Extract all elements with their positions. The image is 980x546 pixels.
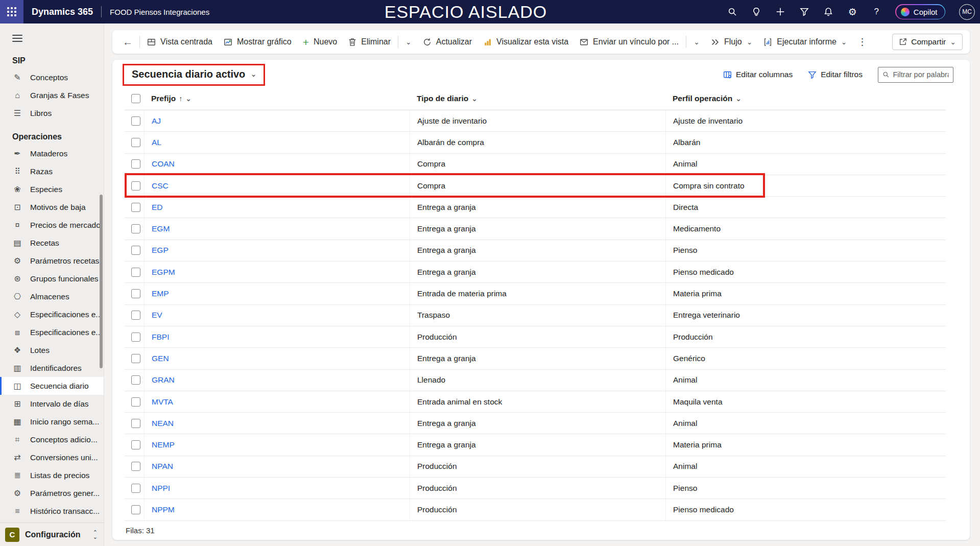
vista-centrada-button[interactable]: Vista centrada <box>141 33 218 51</box>
keyword-filter-input[interactable] <box>893 70 949 79</box>
prefijo-link[interactable]: NPPM <box>152 505 175 514</box>
prefijo-link[interactable]: EV <box>152 311 162 320</box>
sidebar-scrollbar[interactable] <box>100 195 103 368</box>
sidebar-item-libros[interactable]: ☰Libros <box>0 104 104 122</box>
visualizar-vista-button[interactable]: Visualizar esta vista <box>477 33 574 51</box>
row-checkbox[interactable] <box>131 181 140 191</box>
row-checkbox[interactable] <box>131 246 140 255</box>
bell-icon[interactable] <box>823 7 833 17</box>
delete-overflow-chevron[interactable]: ⌄ <box>400 33 417 51</box>
table-row-nppi[interactable]: NPPIProducciónPienso <box>125 478 946 499</box>
back-button[interactable]: ← <box>117 36 138 48</box>
table-row-ed[interactable]: EDEntrega a granjaDirecta <box>125 197 946 218</box>
sidebar-item-razas[interactable]: ⠿Razas <box>0 162 104 180</box>
table-row-emp[interactable]: EMPEntrada de materia primaMateria prima <box>125 283 946 304</box>
table-row-npan[interactable]: NPANProducciónAnimal <box>125 456 946 478</box>
select-all-checkbox[interactable] <box>131 94 140 103</box>
prefijo-link[interactable]: NEAN <box>152 419 174 428</box>
copilot-button[interactable]: Copilot <box>895 4 945 19</box>
row-checkbox[interactable] <box>131 203 140 212</box>
eliminar-button[interactable]: Eliminar <box>343 33 396 51</box>
prefijo-link[interactable]: COAN <box>152 159 175 169</box>
enviar-vinculo-button[interactable]: Enviar un vínculo por ... <box>574 33 684 51</box>
row-checkbox[interactable] <box>131 268 140 277</box>
table-row-nppm[interactable]: NPPMProducciónPienso medicado <box>125 499 946 520</box>
prefijo-link[interactable]: NPPI <box>152 484 170 493</box>
help-icon[interactable]: ? <box>871 7 881 17</box>
table-row-coan[interactable]: COANCompraAnimal <box>125 154 946 175</box>
sidebar-item-conceptos-adicio[interactable]: ⌗Conceptos adicio... <box>0 431 104 448</box>
sidebar-item-recetas[interactable]: ▤Recetas <box>0 234 104 252</box>
table-row-ev[interactable]: EVTraspasoEntrega veterinario <box>125 305 946 326</box>
sidebar-item-par-metros-recetas[interactable]: ⚙Parámetros recetas <box>0 252 104 270</box>
table-row-csc[interactable]: CSCCompraCompra sin contrato <box>125 175 946 197</box>
view-selector[interactable]: Secuencia diario activo <box>132 68 245 80</box>
table-row-gran[interactable]: GRANLlenadoAnimal <box>125 370 946 391</box>
table-row-aj[interactable]: AJAjuste de inventarioAjuste de inventar… <box>125 110 946 132</box>
column-header-tipo-de-diario[interactable]: Tipo de diario ⌄ <box>410 94 665 103</box>
gear-icon[interactable]: ⚙ <box>847 7 857 17</box>
sidebar-item-conceptos[interactable]: ✎Conceptos <box>0 68 104 86</box>
sidebar-item-hist-rico-transacc[interactable]: ≡Histórico transacc... <box>0 502 104 520</box>
sidebar-item-lotes[interactable]: ❖Lotes <box>0 341 104 359</box>
nuevo-button[interactable]: + Nuevo <box>297 33 343 51</box>
sidebar-item-mataderos[interactable]: ✒Mataderos <box>0 145 104 162</box>
mostrar-grafico-button[interactable]: Mostrar gráfico <box>218 33 297 51</box>
row-checkbox[interactable] <box>131 397 140 407</box>
prefijo-link[interactable]: ED <box>152 203 163 212</box>
more-commands-button[interactable]: ⋮ <box>853 36 872 48</box>
table-row-egp[interactable]: EGPEntrega a granjaPienso <box>125 240 946 262</box>
prefijo-link[interactable]: EGPM <box>152 268 175 277</box>
area-switcher[interactable]: C Configuración ⌃⌄ <box>0 523 104 546</box>
row-checkbox[interactable] <box>131 289 140 298</box>
column-header-perfil-operacion[interactable]: Perfil operación ⌄ <box>665 94 946 103</box>
row-checkbox[interactable] <box>131 419 140 428</box>
row-checkbox[interactable] <box>131 375 140 385</box>
edit-columns-button[interactable]: Editar columnas <box>723 70 793 79</box>
sidebar-item-especificaciones-e[interactable]: ◇Especificaciones e... <box>0 305 104 323</box>
link-overflow-chevron[interactable]: ⌄ <box>688 33 705 51</box>
table-row-nean[interactable]: NEANEntrega a granjaAnimal <box>125 413 946 434</box>
org-name[interactable]: FOOD Piensos Integraciones <box>110 8 209 16</box>
prefijo-link[interactable]: MVTA <box>152 397 173 407</box>
sidebar-item-secuencia-diario[interactable]: ◫Secuencia diario <box>0 377 104 395</box>
prefijo-link[interactable]: FBPI <box>152 333 169 342</box>
sidebar-item-identificadores[interactable]: ▥Identificadores <box>0 359 104 377</box>
search-icon[interactable] <box>727 7 737 17</box>
chevron-down-icon[interactable]: ⌄ <box>250 69 257 79</box>
table-row-gen[interactable]: GENEntrega a granjaGenérico <box>125 348 946 369</box>
table-row-nemp[interactable]: NEMPEntrega a granjaMateria prima <box>125 434 946 456</box>
product-name[interactable]: Dynamics 365 <box>32 7 93 17</box>
sidebar-item-almacenes[interactable]: ⎔Almacenes <box>0 288 104 305</box>
prefijo-link[interactable]: EGM <box>152 224 170 233</box>
ejecutar-informe-button[interactable]: Ejecutar informe ⌄ <box>758 33 852 51</box>
sidebar-item-par-metros-gener[interactable]: ⚙Parámetros gener... <box>0 484 104 502</box>
waffle-menu-icon[interactable] <box>0 0 23 23</box>
row-checkbox[interactable] <box>131 116 140 126</box>
row-checkbox[interactable] <box>131 159 140 169</box>
sidebar-item-intervalo-de-d-as[interactable]: ⊞Intervalo de días <box>0 395 104 413</box>
sidebar-item-especificaciones-e[interactable]: ⧈Especificaciones e... <box>0 323 104 341</box>
row-checkbox[interactable] <box>131 505 140 514</box>
prefijo-link[interactable]: GEN <box>152 354 169 363</box>
table-row-al[interactable]: ALAlbarán de compraAlbarán <box>125 132 946 153</box>
sidebar-item-granjas-fases[interactable]: ⌂Granjas & Fases <box>0 86 104 104</box>
table-row-mvta[interactable]: MVTAEntrada animal en stockMaquila venta <box>125 391 946 413</box>
compartir-button[interactable]: Compartir ⌄ <box>892 34 963 50</box>
row-checkbox[interactable] <box>131 333 140 342</box>
sidebar-item-conversiones-uni[interactable]: ⇄Conversiones uni... <box>0 448 104 466</box>
sidebar-item-motivos-de-baja[interactable]: ⊡Motivos de baja <box>0 198 104 216</box>
prefijo-link[interactable]: CSC <box>152 181 169 191</box>
sidebar-item-grupos-funcionales[interactable]: ⊛Grupos funcionales <box>0 270 104 288</box>
prefijo-link[interactable]: EGP <box>152 246 169 255</box>
table-row-egpm[interactable]: EGPMEntrega a granjaPienso medicado <box>125 262 946 283</box>
sidebar-item-precios-de-mercado[interactable]: ¤Precios de mercado <box>0 216 104 234</box>
column-header-prefijo[interactable]: Prefijo ↑ ⌄ <box>144 94 410 103</box>
filter-icon[interactable] <box>799 7 809 17</box>
row-checkbox[interactable] <box>131 311 140 320</box>
row-checkbox[interactable] <box>131 224 140 233</box>
row-checkbox[interactable] <box>131 354 140 363</box>
prefijo-link[interactable]: AJ <box>152 116 161 126</box>
actualizar-button[interactable]: Actualizar <box>417 33 477 51</box>
sidebar-item-inicio-rango-sema[interactable]: ▦Inicio rango sema... <box>0 413 104 431</box>
